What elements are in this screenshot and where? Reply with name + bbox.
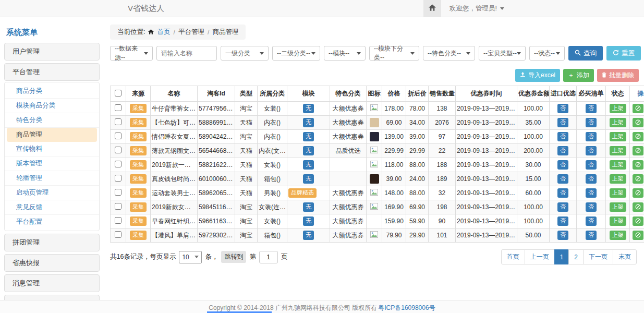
edit-button[interactable] xyxy=(633,188,643,198)
sidebar-subitem[interactable]: 特色分类 xyxy=(5,113,99,128)
next-page-button[interactable]: 下一页 xyxy=(583,249,613,264)
import-select-badge[interactable]: 否 xyxy=(557,104,568,113)
status-filter-select[interactable]: --状态-- xyxy=(529,46,565,61)
edit-button[interactable] xyxy=(633,231,643,240)
sidebar-section[interactable]: 拼团管理 xyxy=(4,234,100,251)
feature-category-filter-select[interactable]: --特色分类-- xyxy=(423,46,475,61)
level1-category-filter-select[interactable]: 一级分类 xyxy=(221,46,269,61)
row-checkbox[interactable] xyxy=(115,189,121,196)
sidebar-subitem[interactable]: 商品管理 xyxy=(7,128,97,142)
must-buy-badge[interactable]: 否 xyxy=(586,132,597,141)
home-button[interactable] xyxy=(423,0,441,17)
must-buy-badge[interactable]: 否 xyxy=(586,146,597,155)
source-badge: 采集 xyxy=(130,132,147,141)
status-badge[interactable]: 上架 xyxy=(610,216,626,226)
import-select-badge[interactable]: 否 xyxy=(557,202,568,212)
status-badge[interactable]: 上架 xyxy=(610,132,626,141)
icp-link[interactable]: 粤ICP备16098006号 xyxy=(378,304,435,312)
row-checkbox[interactable] xyxy=(115,231,121,238)
import-select-badge[interactable]: 否 xyxy=(557,231,568,240)
batch-delete-button[interactable]: 批量删除 xyxy=(597,69,639,82)
edit-button[interactable] xyxy=(633,174,643,184)
edit-button[interactable] xyxy=(633,202,643,212)
data-source-filter-select[interactable]: --数据来源-- xyxy=(110,46,153,61)
sidebar-subitem[interactable]: 模块商品分类 xyxy=(5,99,99,113)
must-buy-badge[interactable]: 否 xyxy=(586,104,597,113)
must-buy-badge[interactable]: 否 xyxy=(586,216,597,226)
breadcrumb-home-link[interactable]: 首页 xyxy=(157,28,170,37)
jump-to-button[interactable]: 跳转到 xyxy=(221,251,246,263)
edit-button[interactable] xyxy=(633,132,643,141)
icon-cell xyxy=(367,186,382,200)
edit-button[interactable] xyxy=(633,118,643,127)
sidebar-section[interactable]: 消息管理 xyxy=(4,274,100,292)
edit-button[interactable] xyxy=(633,104,643,113)
sidebar-subitem[interactable]: 商品分类 xyxy=(5,84,99,99)
row-checkbox[interactable] xyxy=(115,147,121,153)
item-type-filter-select[interactable]: --宝贝类型-- xyxy=(479,46,526,61)
product-type: 天猫 xyxy=(235,172,258,186)
page-button[interactable]: 2 xyxy=(568,249,584,264)
edit-button[interactable] xyxy=(633,146,643,155)
prev-page-button[interactable]: 上一页 xyxy=(525,249,555,264)
must-buy-badge[interactable]: 否 xyxy=(586,231,597,240)
last-page-button[interactable]: 末页 xyxy=(613,249,637,264)
user-menu[interactable]: 欢迎您，管理员! xyxy=(441,0,513,17)
must-buy-badge[interactable]: 否 xyxy=(586,174,597,184)
status-badge[interactable]: 上架 xyxy=(610,146,626,155)
sidebar-section[interactable]: 用户管理 xyxy=(4,43,100,61)
import-select-badge[interactable]: 否 xyxy=(557,132,568,141)
status-badge[interactable]: 上架 xyxy=(610,231,626,240)
edit-button[interactable] xyxy=(633,216,643,226)
import-select-badge[interactable]: 否 xyxy=(557,188,568,198)
import-select-badge[interactable]: 否 xyxy=(557,216,568,226)
sidebar-subitem[interactable]: 轮播管理 xyxy=(5,171,99,186)
add-button[interactable]: ＋ 添加 xyxy=(563,69,594,82)
sidebar-subitem[interactable]: 平台配置 xyxy=(5,215,99,229)
sidebar-section[interactable]: 平台管理 xyxy=(4,63,100,81)
sidebar-subitem[interactable]: 意见反馈 xyxy=(5,200,99,215)
page-number-input[interactable] xyxy=(259,251,278,263)
page-button[interactable]: 1 xyxy=(554,249,569,264)
sidebar-subitem[interactable]: 宣传物料 xyxy=(5,142,99,156)
status-badge[interactable]: 上架 xyxy=(610,174,626,184)
import-select-badge[interactable]: 否 xyxy=(557,146,568,155)
status-badge[interactable]: 上架 xyxy=(610,202,626,212)
level2-category-filter-select[interactable]: --二级分类-- xyxy=(272,46,320,61)
per-page-select[interactable]: 10 xyxy=(179,251,202,263)
query-button[interactable]: 查询 xyxy=(568,46,603,61)
name-search-input[interactable] xyxy=(156,46,217,61)
select-all-checkbox[interactable] xyxy=(115,90,121,97)
sidebar-subitem[interactable]: 版本管理 xyxy=(5,156,99,171)
sidebar-subitem[interactable]: 启动页管理 xyxy=(5,186,99,200)
ban-circle-icon xyxy=(635,232,641,239)
must-buy-badge[interactable]: 否 xyxy=(586,160,597,170)
module-filter-select[interactable]: --模块-- xyxy=(324,46,366,61)
import-select-badge[interactable]: 否 xyxy=(557,118,568,127)
must-buy-badge[interactable]: 否 xyxy=(586,188,597,198)
row-checkbox[interactable] xyxy=(115,175,121,182)
ban-circle-icon xyxy=(635,218,641,225)
import-select-badge[interactable]: 否 xyxy=(557,174,568,184)
status-badge[interactable]: 上架 xyxy=(610,118,626,127)
ban-circle-icon xyxy=(635,105,641,113)
status-cell: 上架 xyxy=(606,214,630,228)
status-badge[interactable]: 上架 xyxy=(610,104,626,113)
must-buy-badge[interactable]: 否 xyxy=(586,202,597,212)
module-subcategory-filter-select[interactable]: --模块下分类-- xyxy=(369,46,419,61)
import-excel-button[interactable]: 导入excel xyxy=(515,69,560,82)
row-checkbox[interactable] xyxy=(115,118,121,125)
row-checkbox[interactable] xyxy=(115,133,121,139)
row-checkbox[interactable] xyxy=(115,161,121,167)
row-checkbox[interactable] xyxy=(115,203,121,210)
reset-button[interactable]: 重置 xyxy=(606,46,641,61)
import-select-badge[interactable]: 否 xyxy=(557,160,568,170)
row-checkbox[interactable] xyxy=(115,217,121,224)
sidebar-section[interactable]: 省惠快报 xyxy=(4,254,100,272)
status-badge[interactable]: 上架 xyxy=(610,160,626,170)
status-badge[interactable]: 上架 xyxy=(610,188,626,198)
row-checkbox[interactable] xyxy=(115,104,121,111)
must-buy-badge[interactable]: 否 xyxy=(586,118,597,127)
first-page-button[interactable]: 首页 xyxy=(501,249,525,264)
edit-button[interactable] xyxy=(633,160,643,170)
